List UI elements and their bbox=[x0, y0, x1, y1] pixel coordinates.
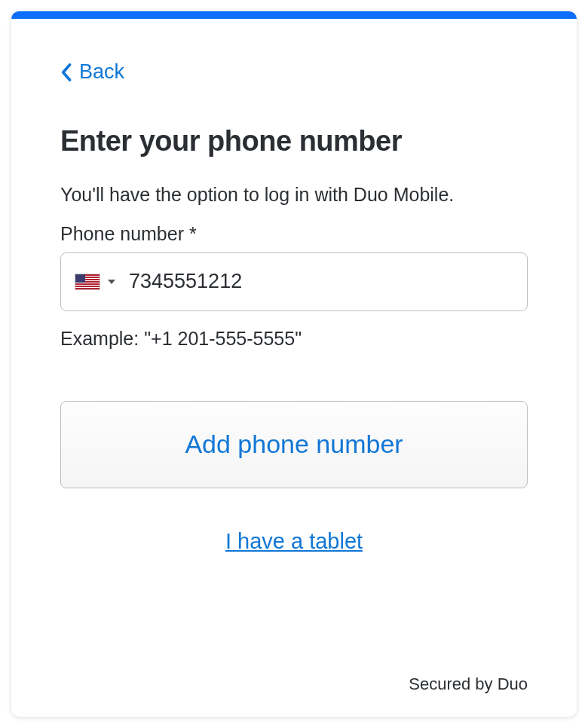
content-area: Back Enter your phone number You'll have… bbox=[11, 19, 577, 717]
phone-field-label: Phone number * bbox=[60, 223, 528, 245]
dropdown-caret-icon bbox=[108, 280, 115, 284]
back-label: Back bbox=[79, 60, 124, 84]
example-text: Example: "+1 201-555-5555" bbox=[60, 328, 528, 350]
phone-number-input[interactable] bbox=[129, 270, 513, 293]
us-flag-icon bbox=[75, 274, 100, 290]
i-have-a-tablet-link[interactable]: I have a tablet bbox=[60, 529, 528, 554]
add-phone-number-button[interactable]: Add phone number bbox=[60, 401, 528, 488]
page-title: Enter your phone number bbox=[60, 125, 528, 158]
chevron-left-icon bbox=[60, 63, 72, 82]
country-select[interactable] bbox=[75, 274, 129, 290]
page-subtitle: You'll have the option to log in with Du… bbox=[60, 180, 528, 210]
dialog-card: Back Enter your phone number You'll have… bbox=[11, 11, 577, 717]
accent-bar bbox=[11, 11, 577, 19]
secured-by-text: Secured by Duo bbox=[60, 674, 528, 694]
back-button[interactable]: Back bbox=[60, 60, 124, 84]
phone-input-group bbox=[60, 252, 528, 311]
